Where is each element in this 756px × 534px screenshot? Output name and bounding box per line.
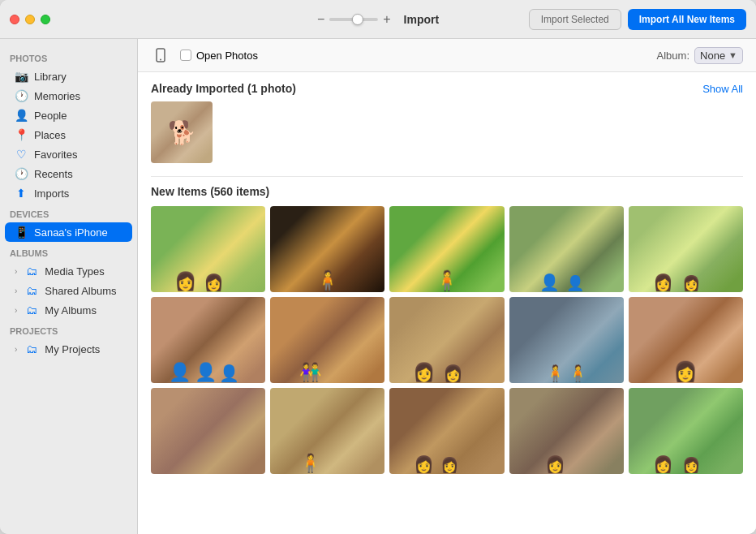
chevron-icon: › — [15, 286, 17, 295]
photo-item[interactable]: 👩 👩 — [389, 388, 504, 474]
already-imported-grid — [151, 101, 743, 163]
photo-item[interactable]: 👫 — [270, 297, 384, 383]
my-albums-icon: 🗂 — [25, 304, 38, 317]
titlebar: − + Import Import Selected Import All Ne… — [0, 0, 756, 39]
imports-icon: ⬆ — [15, 187, 28, 200]
close-button[interactable] — [10, 15, 19, 24]
photo-item[interactable]: 👩 👩 — [151, 206, 265, 292]
sidebar-item-recents[interactable]: 🕐 Recents — [5, 164, 132, 183]
open-photos-label: Open Photos — [196, 50, 258, 62]
device-icon-button[interactable] — [151, 45, 170, 65]
sidebar-item-label: Places — [34, 129, 66, 141]
titlebar-center: − + Import — [317, 13, 439, 26]
already-imported-photo[interactable] — [151, 101, 213, 163]
main-content: Photos 📷 Library 🕐 Memories 👤 People 📍 P… — [0, 39, 756, 534]
svg-point-1 — [160, 59, 161, 61]
favorites-icon: ♡ — [15, 148, 28, 161]
dropdown-arrow-icon: ▼ — [728, 50, 737, 60]
shared-albums-icon: 🗂 — [25, 284, 38, 297]
sidebar-item-favorites[interactable]: ♡ Favorites — [5, 144, 132, 164]
import-all-button[interactable]: Import All New Items — [628, 9, 746, 30]
sidebar-item-shared-albums[interactable]: › 🗂 Shared Albums — [5, 281, 132, 300]
photo-item[interactable]: 👩 — [629, 297, 743, 383]
places-icon: 📍 — [15, 128, 28, 141]
photo-item[interactable]: 👩 — [509, 388, 624, 474]
my-projects-icon: 🗂 — [25, 342, 38, 355]
checkbox-input[interactable] — [180, 50, 191, 61]
photo-item[interactable]: 🧍 — [270, 388, 384, 474]
new-items-title: New Items (560 items) — [151, 185, 269, 198]
photo-item[interactable]: 👩 👩 — [389, 297, 504, 383]
show-all-link[interactable]: Show All — [702, 83, 743, 95]
already-imported-title: Already Imported (1 photo) — [151, 82, 296, 95]
album-dropdown[interactable]: None ▼ — [694, 47, 743, 64]
iphone-icon: 📱 — [15, 226, 28, 239]
sidebar-item-label: Favorites — [34, 149, 77, 161]
traffic-lights — [10, 15, 50, 24]
zoom-out-button[interactable]: − — [317, 13, 324, 26]
sidebar-item-my-albums[interactable]: › 🗂 My Albums — [5, 300, 132, 320]
already-imported-header: Already Imported (1 photo) Show All — [151, 82, 743, 95]
photo-item[interactable]: 👩 👩 — [629, 388, 743, 474]
sidebar-item-label: Shared Albums — [45, 285, 116, 297]
zoom-in-button[interactable]: + — [383, 13, 390, 26]
sidebar-item-label: Media Types — [45, 265, 104, 278]
sidebar-item-places[interactable]: 📍 Places — [5, 125, 132, 144]
right-panel: Open Photos Album: None ▼ Already Import… — [138, 39, 756, 534]
sidebar-item-label: My Albums — [45, 304, 97, 317]
zoom-control: − + — [317, 13, 391, 26]
devices-section-label: Devices — [0, 203, 137, 222]
titlebar-buttons: Import Selected Import All New Items — [529, 9, 746, 30]
chevron-icon: › — [15, 267, 17, 276]
sidebar-item-label: People — [34, 110, 67, 122]
open-photos-checkbox[interactable]: Open Photos — [180, 50, 258, 62]
photo-item[interactable]: 🧍 — [389, 206, 504, 292]
sidebar-item-label: My Projects — [45, 343, 100, 355]
sidebar-item-people[interactable]: 👤 People — [5, 106, 132, 125]
new-items-header: New Items (560 items) — [151, 185, 743, 198]
albums-section-label: Albums — [0, 242, 137, 261]
projects-section-label: Projects — [0, 320, 137, 339]
zoom-slider-thumb — [352, 14, 363, 25]
memories-icon: 🕐 — [15, 89, 28, 102]
sidebar-item-iphone[interactable]: 📱 Sanaa's iPhone — [5, 222, 132, 242]
chevron-icon: › — [15, 306, 17, 315]
photo-item[interactable] — [151, 388, 265, 474]
media-types-icon: 🗂 — [25, 265, 38, 278]
sidebar-item-label: Imports — [34, 187, 69, 200]
people-icon: 👤 — [15, 109, 28, 122]
photo-item[interactable]: 🧍 — [270, 206, 384, 292]
album-label: Album: — [657, 50, 689, 62]
sidebar-item-media-types[interactable]: › 🗂 Media Types — [5, 261, 132, 281]
sidebar-device-label: Sanaa's iPhone — [34, 226, 108, 239]
album-value: None — [700, 50, 725, 62]
toolbar-bar: Open Photos Album: None ▼ — [138, 39, 756, 72]
sidebar-item-memories[interactable]: 🕐 Memories — [5, 86, 132, 106]
chevron-icon: › — [15, 345, 17, 354]
fullscreen-button[interactable] — [41, 15, 50, 24]
recents-icon: 🕐 — [15, 167, 28, 180]
photo-item[interactable]: 🧍 🧍 — [509, 297, 624, 383]
album-selector: Album: None ▼ — [657, 47, 743, 64]
sidebar-item-my-projects[interactable]: › 🗂 My Projects — [5, 339, 132, 359]
app-window: − + Import Import Selected Import All Ne… — [0, 0, 756, 534]
photo-item[interactable]: 👩 👩 — [629, 206, 743, 292]
photo-item[interactable]: 👤 👤 👤 — [151, 297, 265, 383]
sidebar-item-label: Memories — [34, 90, 80, 102]
sidebar-item-library[interactable]: 📷 Library — [5, 67, 132, 86]
sidebar-item-imports[interactable]: ⬆ Imports — [5, 183, 132, 203]
window-title: Import — [404, 13, 440, 26]
new-items-grid: 👩 👩 🧍 🧍 — [151, 206, 743, 474]
library-icon: 📷 — [15, 70, 28, 83]
sidebar-item-label: Recents — [34, 168, 73, 180]
zoom-slider[interactable] — [329, 18, 378, 21]
sidebar: Photos 📷 Library 🕐 Memories 👤 People 📍 P… — [0, 39, 138, 534]
sidebar-item-label: Library — [34, 71, 67, 83]
photo-item[interactable]: 👤 👤 — [509, 206, 624, 292]
import-selected-button[interactable]: Import Selected — [529, 9, 621, 30]
minimize-button[interactable] — [25, 15, 35, 24]
section-divider — [151, 176, 743, 177]
photos-section-label: Photos — [0, 47, 137, 67]
import-area: Already Imported (1 photo) Show All New … — [138, 72, 756, 534]
